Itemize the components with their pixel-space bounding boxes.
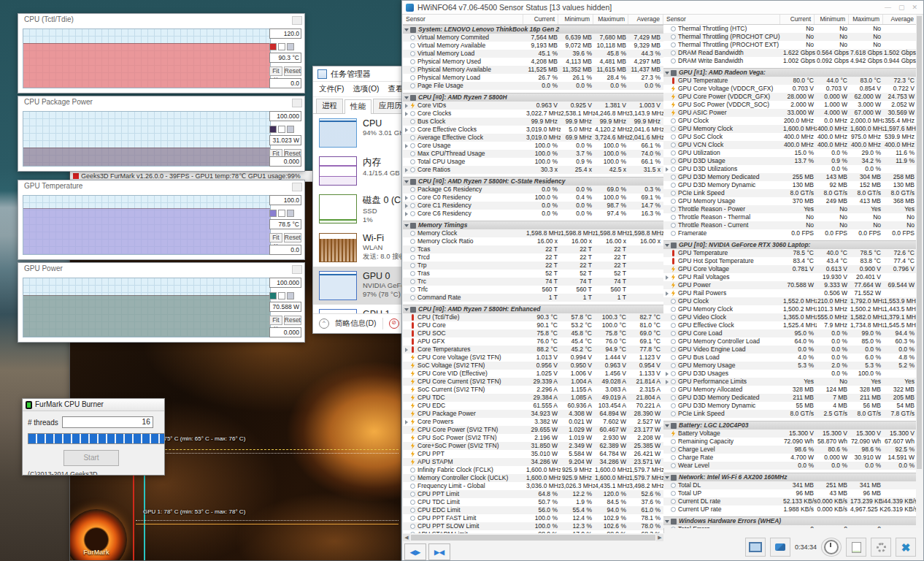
settings-gear-icon[interactable] xyxy=(871,538,891,557)
sensor-row[interactable]: Max CPU/Thread Usage100.0 %3.7 %100.0 %7… xyxy=(403,150,663,158)
sensor-row[interactable]: Frequency Limit - Global3,036.0 MHz3,026… xyxy=(403,482,663,490)
sensor-row[interactable]: Wear Level0.0 %0.0 %0.0 %0.0 % xyxy=(663,462,917,470)
sensor-row[interactable]: Thermal Throttling (HTC)NoNoNo xyxy=(663,25,917,33)
sensor-row[interactable]: Core Effective Clocks3,019.0 MHz5.0 MHz4… xyxy=(403,126,663,134)
sensor-row[interactable]: Total DL341 MB251 MB341 MB xyxy=(663,481,917,489)
fit-y-button[interactable]: Fit y xyxy=(269,66,282,76)
sensor-row[interactable]: Average Effective Clock3,019.0 MHz69.9 M… xyxy=(403,134,663,142)
sensor-row[interactable]: GPU Temperature80.0 °C44.0 °C83.0 °C72.3… xyxy=(663,77,917,85)
fit-y-button[interactable]: Fit y xyxy=(269,316,282,325)
expand-chevron-icon[interactable] xyxy=(405,196,408,200)
sensor-row[interactable]: APU STAPM Limit98.0 %17.0 %98.0 %68.3 % xyxy=(403,530,663,533)
sensor-row[interactable]: CPU PPT Limit64.8 %12.2 %120.0 %52.6 % xyxy=(403,490,663,498)
sensor-row[interactable]: GPU Temperature78.5 °C40.0 °C78.5 °C72.6… xyxy=(663,249,917,257)
sensor-row[interactable]: DRAM Write Bandwidth1.002 Gbps0.092 Gbps… xyxy=(663,57,917,65)
expand-chevron-icon[interactable] xyxy=(666,167,669,172)
reset-button[interactable]: Reset xyxy=(284,316,301,325)
sensor-row[interactable]: SoC Voltage (SVI2 TFN)0.956 V0.950 V0.96… xyxy=(403,362,663,370)
expand-chevron-icon[interactable] xyxy=(405,168,408,172)
sensor-row[interactable]: CPU Core Current (SVI2 TFN)29.339 A1.004… xyxy=(403,378,663,386)
report-page-icon[interactable] xyxy=(846,538,866,557)
sensor-row[interactable]: GPU Memory Usage370 MB249 MB413 MB368 MB xyxy=(663,197,917,205)
sensor-row[interactable]: Total Errors000 xyxy=(663,525,917,528)
expand-columns-button[interactable]: ◀▶ xyxy=(404,543,426,560)
graph-window-gpu-power[interactable]: GPU Power 100.000 70.588 W Fit y Reset 0… xyxy=(18,262,305,343)
graph-window-button[interactable] xyxy=(292,16,302,25)
sensor-row[interactable]: Total CPU Usage100.0 %0.9 %100.0 %66.1 % xyxy=(403,158,663,166)
sensor-row[interactable]: GPU Bus Load4.0 %0.0 %6.0 %4.8 % xyxy=(663,354,917,362)
graph-max-box[interactable]: 100.000 xyxy=(269,111,301,121)
sensor-row[interactable]: GPU VCN Clock400.0 MHz400.0 MHz400.0 MHz… xyxy=(663,141,917,149)
expand-chevron-icon[interactable] xyxy=(405,104,408,108)
sensor-row[interactable]: Command Rate1 T1 T1 T xyxy=(403,294,663,302)
sensor-row[interactable]: GPU SoC Power (VDDCR_SOC)2.000 W1.000 W3… xyxy=(663,101,917,109)
graph-min-box[interactable]: 0.0 xyxy=(269,78,301,88)
menu-item[interactable]: 文件(F) xyxy=(319,84,344,94)
vertical-scrollbar[interactable] xyxy=(916,15,923,528)
tab-性能[interactable]: 性能 xyxy=(344,99,371,114)
sensor-row[interactable]: GPU Memory Usage5.3 %2.0 %5.3 %5.2 % xyxy=(663,362,917,370)
expand-chevron-icon[interactable] xyxy=(405,348,408,352)
sensor-row[interactable]: Physical Memory Used4,208 MB4,113 MB4,48… xyxy=(403,58,663,66)
graph-max-box[interactable]: 100.000 xyxy=(269,278,301,288)
expand-chevron-icon[interactable] xyxy=(666,291,669,296)
sensor-section-header[interactable]: Windows Hardware Errors (WHEA) xyxy=(663,516,917,525)
sensor-row[interactable]: Bus Clock99.9 MHz99.9 MHz99.9 MHz99.9 MH… xyxy=(403,118,663,126)
sensor-row[interactable]: CPU TDC Limit50.7 %1.9 %84.5 %37.6 % xyxy=(403,498,663,506)
sensor-section-header[interactable]: Battery: LGC L20C4P03 xyxy=(663,421,917,430)
sensor-row[interactable]: Core Clocks3,022.7 MHz2,538.1 MHz4,246.8… xyxy=(403,110,663,118)
sensor-row[interactable]: GPU SoC Clock400.0 MHz400.0 MHz975.0 MHz… xyxy=(663,133,917,141)
sensor-row[interactable]: GPU Memory Clock1,500.2 MHz101.3 MHz1,50… xyxy=(663,305,917,313)
sensor-row[interactable]: CPU PPT FAST Limit100.0 %12.4 %102.9 %78… xyxy=(403,514,663,522)
sensor-row[interactable]: Throttle Reason - ThermalNoNoNoNo xyxy=(663,213,917,221)
sensor-section-header[interactable]: System: LENOVO Lenovo ThinkBook 16p Gen … xyxy=(403,25,663,34)
sensor-row[interactable]: GPU Clock1,552.0 MHz210.0 MHz1,792.0 MHz… xyxy=(663,297,917,305)
furmark-cpu-burner-window[interactable]: FurMark CPU Burner # threads 16 Start (C… xyxy=(22,398,165,476)
sensor-row[interactable]: Remaining Capacity72.090 Wh58.870 Wh72.0… xyxy=(663,438,917,446)
clock-icon[interactable] xyxy=(821,538,842,557)
reset-button[interactable]: Reset xyxy=(284,233,301,243)
graph-min-box[interactable]: 0.000 xyxy=(269,327,301,337)
sensor-row[interactable]: CPU (Tctl/Tdie)90.3 °C57.8 °C100.3 °C82.… xyxy=(403,313,663,321)
column-header[interactable]: Current xyxy=(523,15,558,24)
sensor-row[interactable]: GPU Memory Clock1,600.0 MHz400.0 MHz1,60… xyxy=(663,125,917,133)
expand-chevron-icon[interactable] xyxy=(666,275,669,280)
graph-min-box[interactable]: 0.000 xyxy=(269,156,301,167)
sensor-row[interactable]: Charge Level98.6 %80.6 %98.6 %92.5 % xyxy=(663,446,917,454)
sensor-row[interactable]: GPU Utilization15.0 %0.0 %29.0 %11.6 % xyxy=(663,149,917,157)
sensor-row[interactable]: Virtual Memory Load45.1 %39.6 %45.8 %44.… xyxy=(403,50,663,58)
sensor-row[interactable]: GPU Video Engine Load0.0 %0.0 %0.0 %0.0 … xyxy=(663,346,917,354)
sensor-row[interactable]: Package C6 Residency0.0 %0.0 %69.0 %0.3 … xyxy=(403,186,663,194)
graph-window-button[interactable] xyxy=(292,183,302,191)
scroll-right-arrow[interactable]: ▶ xyxy=(656,534,663,541)
sensor-row[interactable]: Core Ratios30.3 x25.4 x42.5 x31.5 x xyxy=(403,166,663,174)
sensor-row[interactable]: GPU Memory Allocated328 MB124 MB328 MB32… xyxy=(663,386,917,394)
sensor-section-header[interactable]: GPU [#0]: NVIDIA GeForce RTX 3060 Laptop… xyxy=(663,240,917,249)
graph-window-button[interactable] xyxy=(292,265,302,274)
sensor-row[interactable]: Core Powers3.382 W0.021 W7.602 W2.527 W xyxy=(403,418,663,426)
sensor-row[interactable]: Current UP rate1.988 KB/s0.000 KB/s4,967… xyxy=(663,505,917,514)
sensor-row[interactable]: GPU Clock200.0 MHz0.0 MHz2,000.0 MHz355.… xyxy=(663,117,917,125)
column-header[interactable]: Current xyxy=(780,15,815,24)
sensor-row[interactable]: Memory Controller Clock (UCLK)1,600.0 MH… xyxy=(403,474,663,482)
column-header[interactable]: Sensor xyxy=(663,15,780,24)
expand-chevron-icon[interactable] xyxy=(405,144,408,148)
sensor-row[interactable]: CPU SOC75.8 °C45.8 °C75.8 °C69.0 °C xyxy=(403,329,663,337)
sensor-row[interactable]: Thermal Throttling (PROCHOT EXT)NoNoNo xyxy=(663,41,917,49)
sensor-row[interactable]: Core C1 Residency0.0 %0.0 %98.7 %14.7 % xyxy=(403,202,663,210)
sensor-section-header[interactable]: CPU [#0]: AMD Ryzen 7 5800H: Enhanced xyxy=(403,305,663,313)
sensor-section-header[interactable]: CPU [#0]: AMD Ryzen 7 5800H xyxy=(403,93,663,102)
sensor-row[interactable]: Core VIDs0.963 V0.925 V1.381 V1.003 V xyxy=(403,102,663,110)
sensor-row[interactable]: SoC Current (SVI2 TFN)2.296 A1.155 A3.08… xyxy=(403,386,663,394)
expand-chevron-icon[interactable] xyxy=(405,212,408,216)
sensor-row[interactable]: Framerate0.0 FPS0.0 FPS0.0 FPS0.0 FPS xyxy=(663,229,917,237)
sensor-row[interactable]: CPU Core Voltage (SVI2 TFN)1.013 V0.994 … xyxy=(403,354,663,362)
sensor-row[interactable]: Battery Voltage15.300 V15.300 V15.300 V1… xyxy=(663,430,917,438)
expand-chevron-icon[interactable] xyxy=(405,112,408,116)
sensor-row[interactable]: CPU SoC Power (SVI2 TFN)2.196 W1.019 W2.… xyxy=(403,434,663,442)
hwinfo-titlebar[interactable]: HWiNFO64 v7.06-4500 Sensor Status [13 va… xyxy=(402,1,923,15)
sensor-row[interactable]: Core Usage100.0 %0.0 %100.0 %66.1 % xyxy=(403,142,663,150)
sensor-row[interactable]: GPU D3D Memory Dynamic55 MB4 MB56 MB54 M… xyxy=(663,402,917,410)
tab-进程[interactable]: 进程 xyxy=(316,99,343,113)
burner-titlebar[interactable]: FurMark CPU Burner xyxy=(23,399,164,411)
